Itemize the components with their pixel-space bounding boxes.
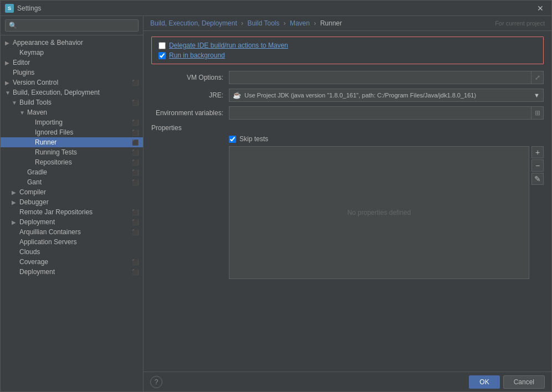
sidebar-item-label: Build, Execution, Deployment [13,89,139,96]
run-background-checkbox[interactable] [159,52,166,59]
vm-options-expand-button[interactable]: ⤢ [531,71,544,84]
sidebar-item-compiler[interactable]: ▶ Compiler [1,187,143,197]
title-bar: S Settings ✕ [1,1,551,16]
badge: ⬛ [132,169,139,176]
arrow-icon: ▶ [5,40,12,46]
skip-tests-checkbox[interactable] [229,136,236,143]
sidebar-item-label: Build Tools [19,99,132,106]
add-property-button[interactable]: + [531,146,544,158]
breadcrumb-part1: Build, Execution, Deployment [150,19,237,27]
sidebar-item-label: Editor [13,59,139,66]
run-background-label[interactable]: Run in background [169,51,225,59]
env-vars-row: Environment variables: ⊞ [151,106,544,120]
arrow-icon: ▼ [12,100,18,106]
env-vars-expand-button[interactable]: ⊞ [531,106,544,120]
sidebar-item-keymap[interactable]: Keymap [1,48,143,58]
badge: ⬛ [132,209,139,215]
badge: ⬛ [132,269,139,275]
vm-options-input-wrap: ⤢ [229,71,544,84]
arrow-icon: ▼ [5,90,12,96]
sidebar-item-gradle[interactable]: Gradle ⬛ [1,167,143,177]
sidebar-item-label: Appearance & Behavior [13,39,139,47]
sidebar-item-label: Deployment [19,218,132,226]
arrow-icon: ▶ [12,189,18,195]
sidebar-item-label: Runner [35,138,132,146]
sidebar-item-deployment[interactable]: ▶ Deployment ⬛ [1,217,143,227]
sidebar-item-label: Ignored Files [35,128,132,136]
sidebar-item-label: Keymap [19,49,139,56]
search-input[interactable] [5,19,139,32]
vm-options-input[interactable] [229,71,531,84]
sidebar-item-ignored-files[interactable]: Ignored Files ⬛ [1,127,143,137]
sidebar-item-gant[interactable]: Gant ⬛ [1,177,143,187]
sidebar-item-repositories[interactable]: Repositories ⬛ [1,157,143,167]
sidebar-item-remote-jar-repositories[interactable]: Remote Jar Repositories ⬛ [1,207,143,217]
options-group: Delegate IDE build/run actions to Maven … [151,37,544,64]
sidebar-item-coverage[interactable]: Coverage ⬛ [1,257,143,267]
jre-label: JRE: [151,91,229,99]
badge: ⬛ [132,179,139,185]
breadcrumb-current: Runner [320,19,342,27]
sidebar-item-importing[interactable]: Importing ⬛ [1,117,143,127]
help-button[interactable]: ? [150,376,162,388]
delegate-checkbox-row: Delegate IDE build/run actions to Maven [159,42,536,49]
sidebar-item-build-tools[interactable]: ▼ Build Tools ⬛ [1,97,143,107]
sidebar-item-label: Compiler [19,188,139,196]
breadcrumb-part2: Build Tools [247,19,279,27]
ok-button[interactable]: OK [469,375,499,389]
jre-value: Use Project JDK (java version "1.8.0_161… [244,92,476,99]
sidebar-item-deployment2[interactable]: Deployment ⬛ [1,267,143,277]
vm-options-row: VM Options: ⤢ [151,71,544,84]
arrow-icon: ▶ [12,199,18,205]
delegate-label[interactable]: Delegate IDE build/run actions to Maven [169,42,288,49]
sidebar-item-version-control[interactable]: ▶ Version Control ⬛ [1,78,143,87]
right-panel: Build, Execution, Deployment › Build Too… [144,16,551,391]
properties-box: No properties defined [229,146,529,279]
arrow-icon: ▶ [5,80,12,86]
window-title: Settings [17,4,534,12]
breadcrumb-part3: Maven [290,19,310,27]
sidebar-item-editor[interactable]: ▶ Editor [1,58,143,68]
cancel-button[interactable]: Cancel [503,375,545,389]
sidebar-item-maven[interactable]: ▼ Maven [1,107,143,117]
skip-tests-label[interactable]: Skip tests [239,135,268,143]
breadcrumb-sep3: › [314,19,316,27]
sidebar-item-label: Running Tests [35,148,132,156]
sidebar-item-plugins[interactable]: Plugins [1,68,143,78]
jre-select-text: ☕ Use Project JDK (java version "1.8.0_1… [233,91,476,99]
no-properties-text: No properties defined [347,209,411,216]
vm-options-label: VM Options: [151,74,229,81]
jre-icon: ☕ [233,91,241,99]
properties-toolbar: + − ✎ [531,146,544,279]
sidebar-item-label: Repositories [35,158,132,166]
delegate-checkbox[interactable] [159,42,166,49]
sidebar-item-runner[interactable]: Runner ⬛ [1,137,143,147]
jre-select[interactable]: ☕ Use Project JDK (java version "1.8.0_1… [229,89,544,102]
sidebar-item-clouds[interactable]: Clouds [1,247,143,257]
jre-row: JRE: ☕ Use Project JDK (java version "1.… [151,89,544,102]
env-vars-input[interactable] [229,106,531,120]
sidebar-item-appearance-behavior[interactable]: ▶ Appearance & Behavior [1,38,143,48]
sidebar-item-label: Debugger [19,198,139,206]
sidebar-item-label: Importing [35,118,132,126]
breadcrumb: Build, Execution, Deployment › Build Too… [150,19,342,27]
breadcrumb-bar: Build, Execution, Deployment › Build Too… [144,16,551,31]
sidebar-item-running-tests[interactable]: Running Tests ⬛ [1,147,143,157]
left-panel: ▶ Appearance & Behavior Keymap ▶ Editor … [1,16,144,391]
sidebar-item-application-servers[interactable]: Application Servers [1,237,143,247]
remove-property-button[interactable]: − [531,159,544,172]
sidebar-item-label: Remote Jar Repositories [19,208,132,216]
sidebar-item-debugger[interactable]: ▶ Debugger [1,197,143,207]
sidebar-item-label: Gradle [27,168,132,176]
skip-tests-row: Skip tests [229,135,544,143]
badge: ⬛ [132,159,139,166]
breadcrumb-sep2: › [284,19,286,27]
sidebar-item-build-execution-deployment[interactable]: ▼ Build, Execution, Deployment [1,87,143,97]
edit-property-button[interactable]: ✎ [531,173,544,185]
sidebar-item-label: Clouds [19,248,139,256]
close-button[interactable]: ✕ [534,3,547,14]
properties-title: Properties [151,124,544,132]
sidebar-item-arquillian-containers[interactable]: Arquillian Containers ⬛ [1,227,143,237]
tree-panel: ▶ Appearance & Behavior Keymap ▶ Editor … [1,35,143,391]
properties-container: No properties defined + − ✎ [229,146,544,279]
